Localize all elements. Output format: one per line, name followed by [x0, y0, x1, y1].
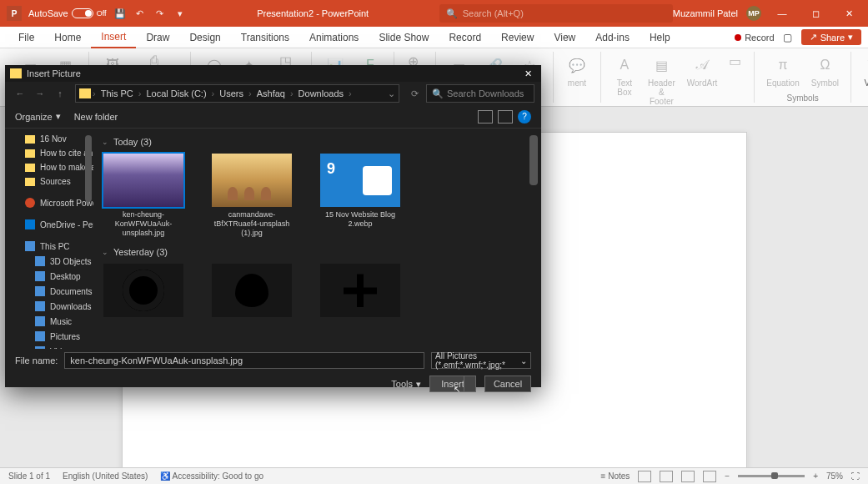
- file-list-scrollbar[interactable]: [529, 135, 538, 185]
- organize-button[interactable]: Organize ▾: [15, 111, 61, 122]
- dialog-titlebar[interactable]: Insert Picture ✕: [5, 65, 541, 82]
- redo-icon[interactable]: ↷: [153, 7, 167, 20]
- up-button[interactable]: ↑: [52, 85, 68, 102]
- view-mode-button[interactable]: [478, 110, 493, 124]
- wordart-button[interactable]: 𝒜WordArt: [684, 52, 721, 89]
- symbol-button[interactable]: ΩSymbol: [808, 52, 842, 89]
- filename-input[interactable]: [64, 352, 424, 369]
- tab-insert[interactable]: Insert: [91, 27, 136, 48]
- fit-button[interactable]: ⛶: [851, 471, 860, 481]
- search-box[interactable]: 🔍 Search (Alt+Q): [439, 4, 673, 23]
- comment-button[interactable]: 💬ment: [562, 52, 592, 89]
- sidebar-item[interactable]: Desktop: [5, 269, 93, 284]
- tab-transitions[interactable]: Transitions: [231, 27, 299, 48]
- sidebar-item[interactable]: How to make an: [5, 160, 93, 174]
- sidebar-item[interactable]: Music: [5, 314, 93, 329]
- sidebar-item[interactable]: Sources: [5, 174, 93, 189]
- equation-button[interactable]: πEquation: [763, 52, 802, 89]
- sidebar-item-onedrive[interactable]: OneDrive - Person: [5, 217, 93, 232]
- zoom-in-button[interactable]: +: [813, 471, 818, 481]
- qat-more-icon[interactable]: ▾: [173, 7, 187, 20]
- sidebar-item-this-pc[interactable]: This PC: [5, 239, 93, 254]
- tab-animations[interactable]: Animations: [299, 27, 369, 48]
- slide-counter[interactable]: Slide 1 of 1: [8, 471, 50, 481]
- sidebar-scrollbar[interactable]: [85, 135, 92, 202]
- save-icon[interactable]: 💾: [113, 7, 127, 20]
- filetype-dropdown[interactable]: All Pictures (*.emf;*.wmf;*.jpg;* ⌄: [431, 352, 531, 369]
- sidebar-item-powerpoint[interactable]: Microsoft PowerP: [5, 195, 93, 210]
- tab-home[interactable]: Home: [44, 27, 91, 48]
- close-button[interactable]: ✕: [836, 5, 861, 22]
- insert-button[interactable]: Insert ↖: [429, 376, 476, 392]
- help-button[interactable]: ?: [518, 110, 531, 124]
- preview-pane-button[interactable]: [498, 110, 513, 124]
- record-button[interactable]: Record: [735, 33, 774, 43]
- file-list[interactable]: ⌄ Today (3) ken-cheung-KonWFWUaAuk-unspl…: [93, 129, 541, 349]
- new-folder-button[interactable]: New folder: [74, 112, 118, 122]
- file-item[interactable]: canmandawe-tBfXTRuaef4-unsplash (1).jpg: [210, 154, 294, 237]
- sidebar-item[interactable]: Downloads: [5, 299, 93, 314]
- minimize-button[interactable]: —: [770, 5, 795, 22]
- forward-button[interactable]: →: [32, 85, 48, 102]
- accessibility-status[interactable]: ♿ Accessibility: Good to go: [160, 471, 263, 481]
- group-header-today[interactable]: ⌄ Today (3): [102, 134, 533, 154]
- slideshow-view-button[interactable]: [703, 471, 716, 482]
- user-name[interactable]: Muzammil Patel: [673, 8, 738, 18]
- path-segment[interactable]: Ashfaq: [253, 88, 288, 98]
- path-segment[interactable]: Local Disk (C:): [143, 88, 209, 98]
- share-icon: ↗: [810, 32, 817, 43]
- sorter-view-button[interactable]: [660, 471, 673, 482]
- file-thumbnail: [320, 264, 400, 317]
- path-segment[interactable]: Users: [216, 88, 247, 98]
- tab-draw[interactable]: Draw: [136, 27, 179, 48]
- tab-help[interactable]: Help: [640, 27, 680, 48]
- reading-view-button[interactable]: [681, 471, 695, 482]
- file-item[interactable]: [210, 264, 294, 317]
- notes-button[interactable]: ≡ Notes: [601, 471, 630, 481]
- sidebar-item[interactable]: Videos: [5, 344, 93, 349]
- path-dropdown-icon[interactable]: ⌄: [388, 88, 395, 99]
- zoom-out-button[interactable]: −: [725, 471, 730, 481]
- header-footer-button[interactable]: ▤Header & Footer: [645, 52, 679, 108]
- text-box-button[interactable]: AText Box: [610, 52, 640, 98]
- dialog-close-button[interactable]: ✕: [519, 68, 536, 79]
- sidebar-item[interactable]: 3D Objects: [5, 254, 93, 269]
- ribbon-mode-button[interactable]: ▢: [780, 29, 796, 46]
- maximize-button[interactable]: ◻: [803, 5, 828, 22]
- group-header-yesterday[interactable]: ⌄ Yesterday (3): [102, 244, 533, 264]
- path-segment[interactable]: Downloads: [295, 88, 347, 98]
- zoom-level[interactable]: 75%: [826, 471, 843, 481]
- back-button[interactable]: ←: [12, 85, 28, 102]
- sidebar-item[interactable]: 16 Nov: [5, 132, 93, 146]
- file-item[interactable]: 15 Nov Website Blog 2.webp: [319, 154, 402, 237]
- zoom-slider[interactable]: [738, 475, 805, 477]
- file-item[interactable]: [102, 264, 185, 317]
- date-button[interactable]: ▭: [725, 52, 745, 68]
- refresh-button[interactable]: ⟳: [406, 85, 423, 102]
- tab-design[interactable]: Design: [179, 27, 230, 48]
- file-item[interactable]: ken-cheung-KonWFWUaAuk-unsplash.jpg: [102, 154, 185, 237]
- video-button[interactable]: 🎬Video: [860, 52, 868, 89]
- sidebar-item[interactable]: Documents: [5, 284, 93, 299]
- address-bar[interactable]: › This PC› Local Disk (C:)› Users› Ashfa…: [75, 84, 399, 103]
- normal-view-button[interactable]: [638, 471, 651, 482]
- autosave-toggle[interactable]: AutoSave Off: [28, 8, 107, 18]
- tab-slideshow[interactable]: Slide Show: [369, 27, 439, 48]
- cancel-button[interactable]: Cancel: [484, 376, 531, 392]
- share-button[interactable]: ↗ Share ▾: [801, 29, 861, 45]
- sidebar-item[interactable]: Pictures: [5, 329, 93, 344]
- tools-button[interactable]: Tools ▾: [391, 379, 421, 390]
- tab-addins[interactable]: Add-ins: [585, 27, 640, 48]
- language-indicator[interactable]: English (United States): [63, 471, 148, 481]
- undo-icon[interactable]: ↶: [133, 7, 147, 20]
- user-avatar[interactable]: MP: [746, 6, 761, 21]
- tab-record[interactable]: Record: [439, 27, 491, 48]
- tab-view[interactable]: View: [544, 27, 585, 48]
- sidebar-item[interactable]: How to cite an in: [5, 146, 93, 160]
- ribbon-tabs: File Home Insert Draw Design Transitions…: [0, 27, 868, 48]
- path-segment[interactable]: This PC: [98, 88, 137, 98]
- tab-review[interactable]: Review: [491, 27, 544, 48]
- folder-search-input[interactable]: 🔍 Search Downloads: [426, 84, 534, 103]
- file-item[interactable]: [319, 264, 402, 317]
- tab-file[interactable]: File: [8, 27, 44, 48]
